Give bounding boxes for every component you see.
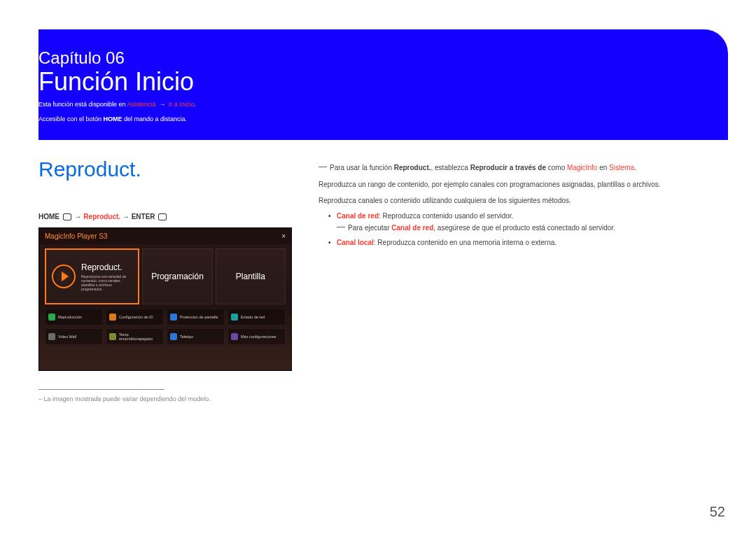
dash-icon xyxy=(337,227,345,227)
small-item-label: Temp. encendido/apagado xyxy=(119,332,160,341)
highlight-magicinfo: MagicInfo xyxy=(567,164,597,171)
square-icon xyxy=(48,314,55,321)
page: Capítulo 06 Función Inicio Esta función … xyxy=(0,0,756,534)
highlight-ir-a-inicio: Ir a Inicio xyxy=(169,101,195,108)
banner-note-2: Accesible con el botón HOME del mando a … xyxy=(38,114,728,124)
tile-reproduct: Reproduct. Reproduzca una variedad de co… xyxy=(45,248,139,304)
highlight-asistencia: Asistencia xyxy=(127,101,156,108)
small-item: Teletipo xyxy=(167,328,225,345)
section-title: Reproduct. xyxy=(38,157,304,181)
small-item: Más configuraciones xyxy=(227,328,286,345)
footnote-rule xyxy=(38,389,164,390)
small-item-label: Teletipo xyxy=(180,335,193,339)
text: : Reproduzca contenido en una memoria in… xyxy=(374,239,556,246)
arrow: → xyxy=(156,101,169,108)
small-item-label: Protección de pantalla xyxy=(180,315,218,319)
small-item-label: Más configuraciones xyxy=(241,335,276,339)
highlight-sistema: Sistema xyxy=(609,164,634,171)
paragraph-1: Reproduzca un rango de contenido, por ej… xyxy=(318,179,721,190)
highlight-canal-local: Canal local xyxy=(337,239,374,246)
square-icon xyxy=(170,314,177,321)
tile-label: Plantilla xyxy=(236,272,265,281)
square-icon xyxy=(170,333,177,340)
bold-reproducir-a-traves: Reproducir a través de xyxy=(470,164,546,171)
small-item-label: Video Wall xyxy=(58,335,76,339)
magicinfo-screenshot: MagicInfo Player S3 × Reproduct. Reprodu… xyxy=(38,227,292,371)
small-item: Reproducción xyxy=(45,309,103,325)
text: . xyxy=(194,101,196,108)
small-item: Temp. encendido/apagado xyxy=(106,328,164,345)
highlight-canal-de-red: Canal de red xyxy=(337,212,379,220)
highlight-canal-de-red: Canal de red xyxy=(391,224,433,232)
square-icon xyxy=(109,333,116,340)
mock-app-name: MagicInfo Player S3 xyxy=(45,232,108,240)
chapter-banner: Capítulo 06 Función Inicio Esta función … xyxy=(38,29,728,140)
tile-plantilla: Plantilla xyxy=(216,248,286,304)
square-icon xyxy=(109,314,116,321)
image-vary-footnote: – La imagen mostrada puede variar depend… xyxy=(38,395,304,402)
tile-text: Reproduct. Reproduzca una variedad de co… xyxy=(81,262,132,291)
close-icon: × xyxy=(281,232,286,240)
mock-tiles-row: Reproduct. Reproduzca una variedad de co… xyxy=(39,244,291,307)
text: en xyxy=(597,164,609,171)
small-item-label: Estado de red xyxy=(241,315,265,319)
chapter-title: Función Inicio xyxy=(38,69,728,95)
text: Para ejecutar xyxy=(348,224,391,232)
chapter-label: Capítulo 06 xyxy=(38,49,728,67)
text: Para usar la función xyxy=(330,164,394,171)
arrow: → xyxy=(75,213,84,220)
banner-note-1: Esta función está disponible en Asistenc… xyxy=(38,99,728,109)
square-icon xyxy=(231,314,238,321)
square-icon xyxy=(48,333,55,340)
text: Accesible con el botón xyxy=(38,115,104,122)
paragraph-2: Reproduzca canales o contenido utilizand… xyxy=(318,195,721,206)
arrow: → xyxy=(122,213,130,220)
mock-small-grid: Reproducción Configuración de ID Protecc… xyxy=(39,307,291,351)
bullet-list: Canal de red: Reproduzca contenido usand… xyxy=(318,212,721,220)
small-item-label: Configuración de ID xyxy=(119,315,153,319)
intro-note: Para usar la función Reproduct., estable… xyxy=(318,162,721,174)
nav-home: HOME xyxy=(38,213,59,220)
small-item-label: Reproducción xyxy=(58,315,82,319)
tile-label: Programación xyxy=(151,272,204,281)
text: , establezca xyxy=(431,164,470,171)
text: . xyxy=(634,164,636,171)
tile-label: Reproduct. xyxy=(81,262,132,272)
tile-desc: Reproduzca una variedad de contenido, co… xyxy=(81,274,132,291)
sub-note-canal-red: Para ejecutar Canal de red, asegúrese de… xyxy=(337,223,721,234)
bullet-canal-red: Canal de red: Reproduzca contenido usand… xyxy=(328,212,721,220)
text: del mando a distancia. xyxy=(122,115,188,122)
right-column: Para usar la función Reproduct., estable… xyxy=(318,162,721,246)
home-button-icon xyxy=(63,213,71,220)
sub-note-text: Para ejecutar Canal de red, asegúrese de… xyxy=(348,223,615,234)
footnote-text: La imagen mostrada puede variar dependie… xyxy=(44,395,211,402)
nav-enter: ENTER xyxy=(132,213,155,220)
small-item: Estado de red xyxy=(227,309,286,325)
play-icon xyxy=(52,265,76,288)
home-bold: HOME xyxy=(104,115,122,122)
tile-programacion: Programación xyxy=(142,248,212,304)
nav-path: HOME → Reproduct. → ENTER xyxy=(38,213,304,220)
bullet-canal-local: Canal local: Reproduzca contenido en una… xyxy=(328,239,721,246)
mock-header: MagicInfo Player S3 × xyxy=(39,228,291,244)
square-icon xyxy=(231,333,238,340)
bold-reproduct: Reproduct. xyxy=(394,164,431,171)
page-number: 52 xyxy=(710,504,725,520)
text: : Reproduzca contenido usando el servido… xyxy=(379,212,513,220)
dash-icon xyxy=(318,167,327,167)
enter-button-icon xyxy=(158,213,167,220)
bullet-list: Canal local: Reproduzca contenido en una… xyxy=(318,239,721,246)
intro-note-text: Para usar la función Reproduct., estable… xyxy=(330,162,636,174)
text: Esta función está disponible en xyxy=(38,101,127,108)
small-item: Protección de pantalla xyxy=(167,309,225,325)
text: , asegúrese de que el producto está cone… xyxy=(433,224,615,232)
small-item: Configuración de ID xyxy=(106,309,164,325)
text: como xyxy=(546,164,567,171)
nav-reproduct: Reproduct. xyxy=(83,213,120,220)
small-item: Video Wall xyxy=(45,328,103,345)
left-column: Reproduct. HOME → Reproduct. → ENTER Mag… xyxy=(38,157,304,402)
